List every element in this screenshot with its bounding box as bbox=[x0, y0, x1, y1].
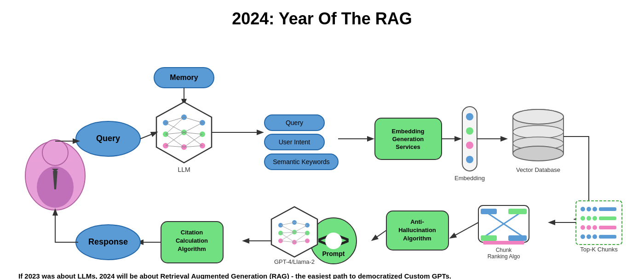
svg-text:Memory: Memory bbox=[170, 74, 198, 81]
svg-point-112 bbox=[305, 223, 310, 228]
svg-line-85 bbox=[483, 210, 524, 238]
svg-line-94 bbox=[451, 222, 478, 238]
svg-text:GPT-4/Llama-2: GPT-4/Llama-2 bbox=[274, 258, 315, 265]
svg-rect-65 bbox=[576, 201, 622, 245]
svg-marker-105 bbox=[271, 207, 317, 257]
svg-rect-77 bbox=[599, 226, 616, 229]
svg-rect-89 bbox=[481, 235, 497, 241]
svg-rect-37 bbox=[264, 115, 324, 131]
svg-point-133 bbox=[76, 225, 140, 260]
svg-point-80 bbox=[592, 234, 597, 239]
svg-point-32 bbox=[76, 121, 140, 156]
svg-line-35 bbox=[140, 132, 156, 139]
svg-line-121 bbox=[294, 222, 307, 225]
svg-rect-88 bbox=[508, 209, 527, 214]
svg-line-29 bbox=[184, 134, 202, 147]
svg-line-22 bbox=[166, 134, 184, 147]
page-title: 2024: Year Of The RAG bbox=[18, 9, 626, 28]
svg-text:Query: Query bbox=[96, 134, 120, 143]
svg-text:Services: Services bbox=[396, 143, 420, 150]
svg-point-68 bbox=[592, 207, 597, 211]
svg-rect-90 bbox=[508, 235, 527, 241]
svg-point-11 bbox=[163, 143, 168, 148]
svg-line-28 bbox=[184, 132, 202, 146]
svg-line-23 bbox=[166, 132, 184, 146]
svg-text:Query: Query bbox=[286, 119, 303, 126]
svg-point-74 bbox=[581, 225, 585, 230]
svg-line-118 bbox=[281, 233, 294, 242]
svg-point-60 bbox=[513, 125, 564, 138]
svg-point-61 bbox=[513, 137, 564, 150]
svg-text:Citation: Citation bbox=[181, 229, 203, 236]
svg-point-108 bbox=[278, 239, 283, 243]
svg-line-115 bbox=[281, 222, 294, 225]
svg-text:Prompt: Prompt bbox=[322, 250, 345, 257]
svg-point-114 bbox=[305, 239, 310, 243]
svg-point-56 bbox=[513, 109, 564, 124]
svg-rect-5 bbox=[154, 68, 214, 88]
svg-rect-39 bbox=[264, 134, 324, 150]
svg-text:Chunk: Chunk bbox=[496, 247, 512, 253]
svg-point-102 bbox=[325, 233, 342, 249]
svg-line-120 bbox=[281, 241, 294, 242]
svg-text:Response: Response bbox=[88, 237, 128, 246]
svg-point-106 bbox=[278, 223, 283, 228]
svg-line-25 bbox=[184, 117, 202, 123]
svg-point-76 bbox=[592, 225, 597, 230]
svg-line-20 bbox=[166, 117, 184, 134]
svg-rect-87 bbox=[481, 209, 497, 214]
svg-text:Anti-: Anti- bbox=[410, 218, 424, 225]
svg-text:Semantic Keywords: Semantic Keywords bbox=[273, 158, 330, 165]
svg-point-79 bbox=[586, 234, 591, 239]
svg-point-17 bbox=[200, 143, 205, 148]
svg-point-16 bbox=[200, 131, 205, 137]
svg-line-86 bbox=[483, 210, 524, 238]
svg-point-53 bbox=[466, 156, 473, 163]
person-icon bbox=[25, 140, 85, 210]
svg-text:Embedding: Embedding bbox=[454, 175, 485, 182]
svg-line-119 bbox=[281, 232, 294, 241]
svg-point-12 bbox=[181, 114, 187, 120]
svg-rect-69 bbox=[599, 207, 616, 211]
svg-point-9 bbox=[163, 120, 168, 125]
svg-point-0 bbox=[25, 141, 85, 210]
svg-line-125 bbox=[294, 241, 307, 242]
svg-text:Calculation: Calculation bbox=[176, 237, 208, 244]
svg-line-18 bbox=[166, 117, 184, 123]
svg-line-116 bbox=[281, 225, 294, 232]
svg-point-70 bbox=[581, 216, 585, 221]
svg-rect-73 bbox=[599, 216, 616, 220]
svg-point-13 bbox=[181, 130, 187, 135]
svg-point-2 bbox=[37, 166, 74, 208]
svg-point-107 bbox=[278, 231, 283, 235]
svg-point-75 bbox=[586, 225, 591, 230]
svg-rect-49 bbox=[462, 107, 477, 171]
diagram: Memory bbox=[18, 42, 626, 268]
svg-marker-4 bbox=[52, 169, 58, 172]
svg-rect-84 bbox=[478, 205, 529, 242]
svg-point-50 bbox=[466, 113, 473, 120]
svg-rect-95 bbox=[386, 211, 448, 250]
svg-line-117 bbox=[281, 232, 294, 233]
svg-point-66 bbox=[581, 207, 585, 211]
svg-line-21 bbox=[166, 132, 184, 134]
svg-point-62 bbox=[513, 146, 564, 161]
svg-rect-128 bbox=[161, 222, 223, 263]
svg-point-10 bbox=[163, 131, 168, 137]
svg-point-78 bbox=[581, 234, 585, 239]
svg-point-63 bbox=[513, 109, 564, 124]
svg-rect-44 bbox=[375, 118, 442, 159]
svg-rect-57 bbox=[513, 117, 564, 154]
svg-line-19 bbox=[166, 123, 184, 132]
svg-line-24 bbox=[166, 146, 184, 147]
svg-point-14 bbox=[181, 144, 187, 150]
svg-point-109 bbox=[292, 220, 297, 225]
svg-rect-91 bbox=[483, 241, 524, 245]
svg-marker-8 bbox=[156, 102, 212, 163]
svg-point-72 bbox=[592, 216, 597, 221]
svg-rect-41 bbox=[264, 154, 338, 170]
svg-marker-3 bbox=[53, 171, 58, 189]
caption: If 2023 was about LLMs, 2024 will be abo… bbox=[18, 272, 626, 279]
svg-point-71 bbox=[586, 216, 591, 221]
svg-line-30 bbox=[184, 146, 202, 147]
